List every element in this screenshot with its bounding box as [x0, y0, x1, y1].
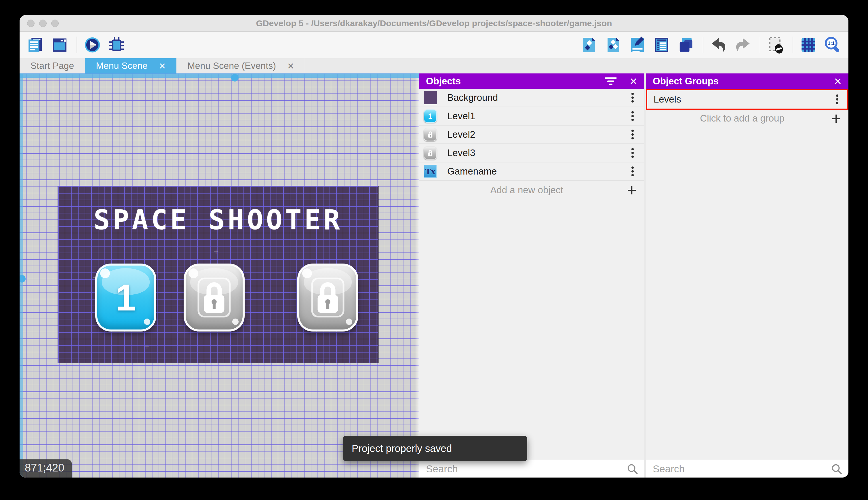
- group-row-levels[interactable]: Levels: [646, 89, 848, 110]
- tab-menu-scene-events[interactable]: Menu Scene (Events) ×: [176, 58, 305, 73]
- redo-icon[interactable]: [734, 36, 752, 54]
- lock-icon: [427, 149, 434, 157]
- object-row-level1[interactable]: 1 Level1: [419, 107, 644, 126]
- properties-editor-icon[interactable]: [629, 36, 646, 54]
- lock-icon: [427, 130, 434, 139]
- toolbar-divider: [760, 37, 760, 53]
- button-highlight-dot: [302, 269, 312, 278]
- objects-editor-icon[interactable]: [580, 36, 598, 54]
- object-menu-icon[interactable]: [631, 133, 634, 136]
- selection-resize-handle[interactable]: [231, 74, 238, 81]
- object-menu-icon[interactable]: [631, 170, 634, 172]
- plus-icon[interactable]: +: [627, 183, 637, 197]
- object-label: Background: [447, 92, 498, 103]
- scene-canvas[interactable]: SPACE SHOOTER + + + + 1: [20, 73, 419, 478]
- toast-message: Project properly saved: [352, 443, 452, 454]
- groups-search-input[interactable]: [653, 463, 831, 475]
- level1-thumbnail: 1: [424, 110, 437, 123]
- object-groups-panel: Object Groups × Levels Click to add a gr…: [644, 73, 848, 478]
- zoom-1-1-icon[interactable]: 1:1: [824, 36, 842, 54]
- instances-list-icon[interactable]: [653, 36, 671, 54]
- scene-editors-icon[interactable]: [51, 36, 69, 54]
- filter-icon[interactable]: [605, 76, 617, 86]
- canvas-scrollbar[interactable]: [415, 73, 419, 478]
- game-title-text-instance[interactable]: SPACE SHOOTER: [58, 204, 378, 236]
- groups-search-bar: [646, 460, 848, 478]
- add-group-label: Click to add a group: [653, 113, 831, 124]
- text-object-icon: Tx: [424, 165, 437, 178]
- object-menu-icon[interactable]: [631, 96, 634, 99]
- tab-close-icon[interactable]: ×: [159, 60, 165, 71]
- background-thumbnail: [424, 91, 437, 104]
- tab-start-page[interactable]: Start Page: [20, 58, 85, 73]
- tab-label: Start Page: [31, 60, 74, 71]
- object-label: Level1: [447, 111, 475, 122]
- objects-panel-empty-area: [419, 199, 644, 460]
- object-label: Gamename: [447, 166, 497, 177]
- window-title: GDevelop 5 - /Users/dkarakay/Documents/G…: [20, 19, 848, 28]
- tabbar: Start Page Menu Scene × Menu Scene (Even…: [20, 58, 848, 73]
- game-scene-background-instance[interactable]: SPACE SHOOTER + + + + 1: [58, 186, 378, 363]
- object-menu-icon[interactable]: [631, 152, 634, 154]
- add-object-label: Add a new object: [426, 185, 627, 195]
- layers-editor-icon[interactable]: [677, 36, 695, 54]
- debug-icon[interactable]: [108, 36, 126, 54]
- svg-text:1:1: 1:1: [828, 41, 835, 46]
- close-panel-icon[interactable]: ×: [834, 75, 842, 88]
- add-new-object-button[interactable]: Add a new object +: [419, 181, 644, 199]
- button-highlight-dot: [346, 319, 352, 325]
- toolbar: 1:1: [20, 32, 848, 58]
- object-row-level2[interactable]: Level2: [419, 126, 644, 144]
- object-row-background[interactable]: Background: [419, 89, 644, 107]
- level1-button-instance[interactable]: 1: [95, 263, 156, 331]
- object-row-gamename[interactable]: Tx Gamename: [419, 162, 644, 181]
- cursor-coordinates: 871;420: [20, 459, 72, 478]
- play-preview-icon[interactable]: [83, 36, 101, 54]
- search-icon: [831, 463, 843, 475]
- object-label: Level2: [447, 129, 475, 140]
- objects-search-input[interactable]: [426, 463, 626, 475]
- toolbar-divider: [793, 37, 793, 53]
- selection-resize-handle[interactable]: [20, 275, 26, 283]
- tab-menu-scene[interactable]: Menu Scene ×: [85, 58, 176, 73]
- object-groups-panel-header: Object Groups ×: [646, 73, 848, 89]
- undo-icon[interactable]: [710, 36, 728, 54]
- level2-locked-button-instance[interactable]: [184, 263, 245, 331]
- main-area: SPACE SHOOTER + + + + 1: [20, 73, 848, 478]
- button-highlight-dot: [144, 319, 150, 325]
- objects-panel-header: Objects ×: [419, 73, 644, 89]
- group-label: Levels: [654, 94, 681, 105]
- selection-top-edge: [20, 73, 419, 78]
- objects-panel-title: Objects: [426, 76, 461, 87]
- gdevelop-window: GDevelop 5 - /Users/dkarakay/Documents/G…: [20, 15, 848, 478]
- tab-close-icon[interactable]: ×: [288, 60, 294, 71]
- object-groups-panel-title: Object Groups: [653, 76, 719, 87]
- search-icon: [626, 463, 638, 475]
- object-groups-editor-icon[interactable]: [605, 36, 622, 54]
- button-highlight-dot: [188, 269, 198, 278]
- toolbar-right-group: 1:1: [580, 36, 842, 54]
- toolbar-divider: [703, 37, 703, 53]
- lock-icon: [311, 277, 345, 318]
- tab-label: Menu Scene (Events): [187, 60, 276, 71]
- save-toast: Project properly saved: [343, 436, 527, 461]
- object-menu-icon[interactable]: [631, 115, 634, 117]
- toolbar-divider: [77, 37, 77, 53]
- project-manager-icon[interactable]: [26, 36, 44, 54]
- add-group-button[interactable]: Click to add a group +: [646, 110, 848, 127]
- selection-left-edge: [20, 73, 23, 478]
- group-menu-icon[interactable]: [836, 98, 838, 101]
- lock-icon: [197, 277, 231, 318]
- button-highlight-dot: [232, 319, 238, 325]
- plus-icon[interactable]: +: [831, 112, 841, 125]
- sparkle-decoration: +: [144, 342, 150, 352]
- close-panel-icon[interactable]: ×: [630, 75, 637, 88]
- button-highlight-dot: [100, 269, 110, 278]
- objects-panel: Objects × Background 1 Level1 Level2: [419, 73, 644, 478]
- tab-label: Menu Scene: [96, 60, 148, 71]
- level3-locked-button-instance[interactable]: [297, 263, 358, 331]
- window-mask-icon[interactable]: [767, 36, 785, 54]
- object-row-level3[interactable]: Level3: [419, 144, 644, 162]
- level3-thumbnail: [424, 146, 437, 160]
- grid-icon[interactable]: [799, 36, 817, 54]
